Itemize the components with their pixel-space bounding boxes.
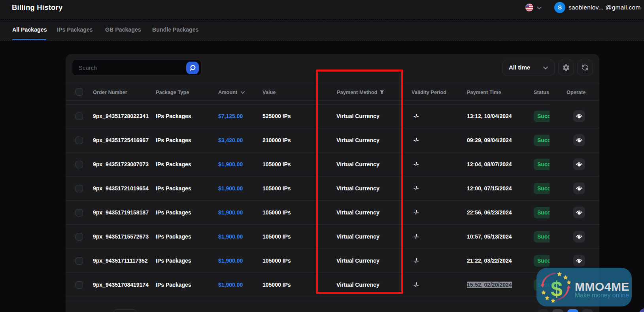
svg-text:$: $	[551, 277, 563, 301]
